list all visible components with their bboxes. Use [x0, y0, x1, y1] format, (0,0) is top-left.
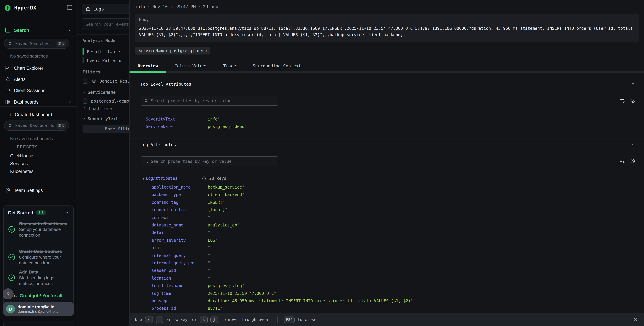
chevron-up-icon[interactable] [631, 81, 636, 86]
attribute-value[interactable]: INSERT [205, 200, 225, 205]
presets-toggle[interactable]: PRESETS [10, 145, 38, 149]
attribute-row[interactable]: log.file.namepostgresql.log [152, 282, 244, 289]
attribute-value[interactable] [205, 261, 210, 265]
sidebar-item-team-settings[interactable]: Team Settings [0, 186, 77, 195]
attribute-value[interactable]: client backend [205, 192, 244, 197]
attribute-key[interactable]: location [152, 276, 205, 281]
attribute-value[interactable] [205, 230, 210, 235]
chevron-up-icon[interactable] [631, 142, 636, 147]
saved-searches-input[interactable]: Saved Searches ⌘K [4, 39, 69, 49]
attribute-value[interactable]: postgresql-demo [205, 124, 247, 129]
service-checkbox[interactable] [83, 98, 88, 103]
attribute-row[interactable]: process_id88711 [152, 305, 222, 312]
attribute-value[interactable]: postgresql.log [205, 283, 244, 288]
tab-column-values[interactable]: Column Values [174, 63, 208, 68]
sidebar-item-search[interactable]: Search [0, 26, 77, 35]
attribute-key[interactable]: process_id [152, 306, 205, 311]
attribute-key[interactable]: command_tag [152, 200, 205, 205]
attribute-value[interactable]: [local] [205, 207, 227, 212]
attribute-row[interactable]: command_tagINSERT [152, 199, 225, 206]
attribute-row[interactable]: detail [152, 229, 210, 236]
attribute-row[interactable]: database_nameanalytics_db [152, 221, 240, 229]
attribute-value[interactable]: info [205, 117, 220, 122]
sidebar-item-chart-explorer[interactable]: Chart Explorer [0, 64, 77, 73]
body-text[interactable]: 2025-11-10 23:59:47.000 UTC,postgres,ana… [139, 25, 635, 38]
tab-surrounding-context[interactable]: Surrounding Context [253, 63, 301, 68]
help-button[interactable]: ? [3, 288, 14, 299]
gear-icon[interactable] [630, 158, 636, 164]
denoise-filter-row[interactable]: Denoise Resul [83, 78, 132, 84]
attribute-key[interactable]: internal_query [152, 253, 205, 258]
attribute-key[interactable]: context [152, 215, 205, 220]
attribute-value[interactable]: LOG [205, 238, 218, 243]
filter-group-severitytext[interactable]: SeverityText [82, 115, 118, 122]
filter-value-postgresql-demo[interactable]: postgresql-demo [83, 98, 129, 104]
user-menu[interactable]: D dominic.tran@clic... dominic.tran@clic… [4, 302, 74, 316]
attribute-value[interactable]: 2025-11-10 23:59:47.000 UTC [205, 291, 276, 296]
attribute-key[interactable]: message [152, 298, 205, 303]
filter-group-servicename[interactable]: ServiceName [82, 89, 116, 95]
top-attributes-search-input[interactable]: Search properties by key or value [141, 96, 278, 106]
attribute-key[interactable]: ServiceName [146, 124, 205, 129]
attribute-key[interactable]: SeverityText [146, 117, 205, 122]
service-tag[interactable]: ServiceName: postgresql-demo [135, 47, 210, 55]
attribute-value[interactable] [205, 253, 210, 258]
attribute-key[interactable]: connection_from [152, 207, 205, 212]
sidebar-item-dashboards[interactable]: Dashboards [0, 98, 77, 106]
attribute-row[interactable]: internal_query_pos [152, 259, 210, 267]
sidebar-collapse-icon[interactable] [66, 4, 73, 11]
preset-clickhouse[interactable]: ClickHouse [10, 153, 33, 158]
mode-event-patterns[interactable]: Event Patterns [82, 57, 122, 64]
attribute-key[interactable]: log_time [152, 291, 205, 296]
attribute-row[interactable]: location [152, 274, 210, 282]
attribute-row[interactable]: internal_query [152, 252, 210, 259]
attribute-row[interactable]: error_severityLOG [152, 237, 218, 244]
attribute-row[interactable]: messageduration: 45.950 ms statement: IN… [152, 297, 413, 305]
attribute-key[interactable]: internal_query_pos [152, 261, 205, 265]
attribute-value[interactable] [205, 276, 210, 281]
sidebar-item-alerts[interactable]: Alerts [0, 75, 77, 84]
attribute-value[interactable] [205, 245, 210, 250]
attribute-row[interactable]: leader_pid [152, 267, 210, 274]
attribute-value[interactable]: 88711 [205, 306, 222, 311]
attribute-key[interactable]: leader_pid [152, 268, 205, 273]
attribute-value[interactable] [205, 268, 210, 273]
saved-dashboards-input[interactable]: Saved Dashboards ⌘K [4, 121, 69, 131]
sidebar-item-client-sessions[interactable]: Client Sessions [0, 86, 77, 95]
chevron-up-icon[interactable] [68, 28, 72, 32]
wrap-text-icon[interactable] [619, 98, 625, 104]
attribute-key[interactable]: log.file.name [152, 283, 205, 288]
gear-icon[interactable] [630, 98, 636, 104]
attribute-key[interactable]: backend_type [152, 192, 205, 197]
attribute-value[interactable]: analytics_db [205, 223, 240, 227]
attribute-row[interactable]: application_namebackup_service [152, 183, 244, 191]
create-dashboard-button[interactable]: + Create Dashboard [9, 112, 52, 118]
attribute-key[interactable]: detail [152, 230, 205, 235]
attribute-row[interactable]: backend_typeclient backend [152, 191, 244, 199]
log-attributes-root-row[interactable]: ▾ LogAttributes {} 28 keys [143, 175, 226, 182]
attribute-row[interactable]: log_time2025-11-10 23:59:47.000 UTC [152, 290, 276, 297]
attribute-value[interactable] [205, 215, 210, 220]
chevron-up-icon[interactable] [68, 100, 72, 104]
chevron-up-icon[interactable] [65, 210, 69, 215]
load-more-row[interactable]: Load more [83, 105, 112, 111]
close-icon[interactable] [632, 316, 638, 322]
get-started-header[interactable]: Get Started 3/3 [8, 210, 69, 215]
attribute-row[interactable]: SeverityTextinfo [146, 115, 220, 123]
tab-overview[interactable]: Overview [138, 63, 158, 68]
wrap-text-icon[interactable] [619, 158, 625, 164]
attribute-row[interactable]: hint [152, 244, 210, 251]
mode-results-table[interactable]: Results Table [82, 48, 120, 55]
attribute-key[interactable]: application_name [152, 185, 205, 190]
attribute-value[interactable]: backup_service [205, 185, 244, 190]
attribute-value[interactable]: duration: 45.950 ms statement: INSERT IN… [205, 298, 413, 303]
preset-services[interactable]: Services [10, 161, 28, 166]
attribute-row[interactable]: ServiceNamepostgresql-demo [146, 123, 247, 131]
log-attributes-search-input[interactable]: Search properties by key or value [141, 156, 278, 166]
attribute-key[interactable]: hint [152, 245, 205, 250]
caret-down-icon[interactable]: ▾ [143, 177, 144, 180]
tab-trace[interactable]: Trace [223, 63, 236, 68]
attribute-key[interactable]: database_name [152, 223, 205, 227]
attribute-row[interactable]: connection_from[local] [152, 206, 227, 214]
attribute-row[interactable]: context [152, 214, 210, 221]
